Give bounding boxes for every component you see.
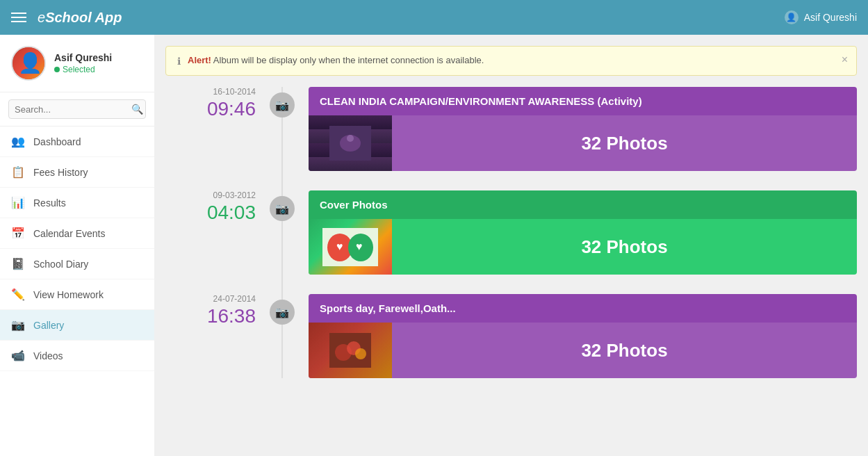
timeline-clock-3: 16:38 [165,305,256,327]
sidebar-item-calendar-events[interactable]: 📅 Calendar Events [0,218,154,249]
card-header-2: Cover Photos [309,190,857,219]
fees-icon: 📋 [11,165,25,179]
svg-point-11 [355,348,366,359]
timeline-card-1[interactable]: CLEAN INDIA CAMPAIGN/ENVIRONMENT AWARENE… [309,87,857,171]
sidebar-item-fees-history[interactable]: 📋 Fees History [0,157,154,188]
search-input[interactable] [15,104,131,115]
thumb-image-2: ♥♥ [309,219,392,275]
sidebar-label-gallery: Gallery [33,320,64,331]
app-logo: eSchool App [38,10,122,26]
main-content: ℹ Alert! Album will be display only when… [154,35,868,456]
card-thumb-2: ♥♥ [309,219,392,275]
user-profile: Asif Qureshi Selected [0,35,154,92]
status-label: Selected [63,65,95,74]
card-body-3: 32 Photos [309,323,857,378]
timeline-time-1: 16-10-2014 09:46 [165,87,270,120]
header-left: eSchool App [11,10,122,26]
timeline-item-1: 16-10-2014 09:46 📷 CLEAN INDIA CAMPAIGN/… [165,87,857,171]
sidebar-label-videos: Videos [33,350,63,361]
header-user: 👤 Asif Qureshi [785,10,857,24]
timeline-clock-1: 09:46 [165,98,256,120]
diary-icon: 📓 [11,257,25,270]
card-body-1: 32 Photos [309,115,857,171]
alert-text: Alert! Album will be display only when t… [188,55,484,65]
thumb-image-3 [309,323,392,378]
sidebar-item-dashboard[interactable]: 👥 Dashboard [0,127,154,157]
header-username: Asif Qureshi [804,12,857,23]
calendar-icon: 📅 [11,227,25,240]
sidebar-item-view-homework[interactable]: ✏️ View Homework [0,279,154,310]
card-body-2: ♥♥ 32 Photos [309,219,857,275]
status-dot [54,67,60,72]
search-bar-container: 🔍 [0,92,154,127]
card-photos-count-1: 32 Photos [392,133,857,154]
sidebar-label-diary: School Diary [33,259,88,270]
main-layout: Asif Qureshi Selected 🔍 👥 Dashboard 📋 Fe… [0,35,868,456]
hamburger-menu[interactable] [11,13,26,22]
svg-point-2 [347,135,354,142]
alert-prefix: Alert! [188,55,211,65]
gallery-icon: 📷 [11,318,25,332]
search-icon[interactable]: 🔍 [131,104,143,115]
sidebar-label-dashboard: Dashboard [33,136,81,147]
timeline-item-3: 24-07-2014 16:38 📷 Sports day, Farewell,… [165,294,857,378]
timeline-clock-2: 04:03 [165,202,256,224]
user-status: Selected [54,65,143,74]
sidebar-item-gallery[interactable]: 📷 Gallery [0,310,154,341]
card-photos-count-2: 32 Photos [392,236,857,258]
user-info: Asif Qureshi Selected [54,52,143,74]
sidebar-username: Asif Qureshi [54,52,143,63]
sidebar-item-school-diary[interactable]: 📓 School Diary [0,249,154,279]
avatar-image [13,46,44,81]
app-header: eSchool App 👤 Asif Qureshi [0,0,868,35]
alert-message: Album will be display only when the inte… [213,55,484,65]
alert-banner: ℹ Alert! Album will be display only when… [165,46,857,76]
sidebar-label-fees: Fees History [33,167,88,178]
svg-text:♥: ♥ [336,241,343,252]
videos-icon: 📹 [11,349,25,362]
timeline: 16-10-2014 09:46 📷 CLEAN INDIA CAMPAIGN/… [165,87,857,378]
timeline-dot-2[interactable]: 📷 [270,196,295,221]
card-photos-count-3: 32 Photos [392,340,857,361]
timeline-item-2: 09-03-2012 04:03 📷 Cover Photos ♥♥ 32 Ph… [165,190,857,275]
card-header-3: Sports day, Farewell,Oath... [309,294,857,323]
timeline-card-2[interactable]: Cover Photos ♥♥ 32 Photos [309,190,857,275]
dashboard-icon: 👥 [11,135,25,148]
thumb-image-1 [309,115,392,171]
sidebar-item-results[interactable]: 📊 Results [0,188,154,218]
sidebar-nav: 👥 Dashboard 📋 Fees History 📊 Results 📅 C… [0,127,154,371]
card-thumb-1 [309,115,392,171]
timeline-dot-1[interactable]: 📷 [270,92,295,117]
homework-icon: ✏️ [11,288,25,301]
sidebar-label-calendar: Calendar Events [33,228,106,239]
timeline-card-3[interactable]: Sports day, Farewell,Oath... 32 Photos [309,294,857,378]
card-thumb-3 [309,323,392,378]
sidebar-item-videos[interactable]: 📹 Videos [0,341,154,371]
timeline-time-3: 24-07-2014 16:38 [165,294,270,327]
alert-icon: ℹ [177,56,181,67]
sidebar-label-results: Results [33,197,66,209]
timeline-date-1: 16-10-2014 [165,87,256,97]
header-user-icon: 👤 [785,10,799,24]
avatar [11,46,46,81]
search-input-wrap[interactable]: 🔍 [8,99,146,119]
sidebar-label-homework: View Homework [33,289,104,300]
timeline-time-2: 09-03-2012 04:03 [165,190,270,224]
sidebar: Asif Qureshi Selected 🔍 👥 Dashboard 📋 Fe… [0,35,154,456]
card-header-1: CLEAN INDIA CAMPAIGN/ENVIRONMENT AWARENE… [309,87,857,115]
results-icon: 📊 [11,196,25,209]
timeline-date-2: 09-03-2012 [165,190,256,200]
svg-text:♥: ♥ [356,241,363,252]
timeline-date-3: 24-07-2014 [165,294,256,304]
alert-close-button[interactable]: × [842,54,848,66]
timeline-dot-3[interactable]: 📷 [270,300,295,325]
